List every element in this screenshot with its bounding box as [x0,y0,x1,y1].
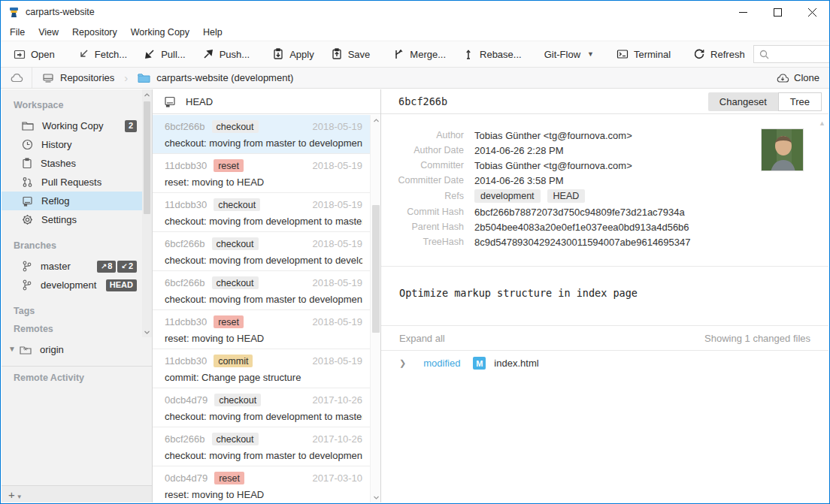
reflog-scroll-thumb[interactable] [372,205,380,333]
close-button[interactable] [795,1,829,23]
menu-view[interactable]: View [32,27,65,38]
sidebar-item-branch-development[interactable]: development HEAD [2,276,142,294]
scroll-down-icon[interactable] [371,492,381,502]
maximize-button[interactable] [760,1,795,23]
remote-folder-icon [20,345,32,355]
parent-hash-value: 2b504bee4083a20e0ef1e037eea0bd913a4d56b6 [474,222,689,233]
action-badge: reset [214,315,244,328]
reflog-icon [22,196,33,207]
gear-icon [22,214,33,225]
tab-changeset[interactable]: Changeset [708,92,778,111]
push-button[interactable]: Push... [194,44,258,64]
reflog-row[interactable]: 11dcbb30commit2018-05-19 commit: Change … [153,349,370,388]
expand-all-button[interactable]: Expand all [399,333,445,344]
reflog-row[interactable]: 11dcbb30checkout2018-05-19 checkout: mov… [153,193,370,232]
save-button[interactable]: Save [323,44,379,64]
reflog-row[interactable]: 0dcb4d79checkout2017-10-26 checkout: mov… [153,388,370,427]
workspace-section-header: Workspace [2,96,152,116]
pull-icon [144,48,156,60]
refresh-button[interactable]: Refresh [685,44,753,64]
search-icon [759,50,769,59]
sidebar-item-stashes[interactable]: Stashes [2,154,142,173]
menu-bar: File View Repository Working Copy Help [1,23,829,41]
reflog-row[interactable]: 6bcf266bcheckout2017-10-26 checkout: mov… [153,427,370,466]
reflog-list-header: HEAD [153,89,380,114]
sidebar-item-remote-origin[interactable]: ▼ origin [2,340,142,359]
add-repository-button[interactable]: +▼ [8,488,23,501]
committer-date-value: 2014-06-26 3:58 PM [474,175,564,186]
branch-icon [22,279,32,291]
apply-button[interactable]: Apply [264,44,323,64]
file-name: index.html [494,358,538,369]
reflog-row[interactable]: 11dcbb30reset2018-05-19 reset: moving to… [153,310,370,349]
expand-chevron-icon[interactable]: ❯ [399,358,406,368]
reflog-row[interactable]: 6bcf266bcheckout2018-05-19 checkout: mov… [153,115,370,154]
reflog-row[interactable]: 0dcb4d79reset2017-03-10 reset: moving to… [153,466,370,502]
sidebar-scrollbar[interactable] [142,89,152,337]
scroll-up-icon[interactable] [142,89,152,100]
merge-button[interactable]: Merge... [384,44,454,64]
git-flow-button[interactable]: Git-Flow ▼ [536,44,602,64]
menu-working-copy[interactable]: Working Copy [124,27,196,38]
reflog-scrollbar[interactable] [370,115,380,502]
scroll-up-icon[interactable] [371,115,381,125]
changed-files-toolbar: Expand all Showing 1 changed files [399,326,810,350]
author-date-value: 2014-06-26 2:28 PM [474,145,564,156]
sidebar-footer: +▼ [2,485,152,502]
sidebar-item-working-copy[interactable]: Working Copy 2 [2,116,142,135]
window-title: carparts-website [26,7,95,17]
branches-section-header: Branches [2,237,152,257]
changed-file-row[interactable]: ❯ modified M index.html [399,351,810,376]
arrow-up-right-icon: ↗ [101,262,107,270]
behind-badge: ↙2 [117,261,137,273]
fetch-button[interactable]: Fetch... [69,44,135,64]
push-icon [202,48,214,60]
reflog-row[interactable]: 11dcbb30reset2018-05-19 reset: moving to… [153,154,370,193]
pull-request-icon [22,177,33,188]
menu-help[interactable]: Help [196,27,229,38]
search-input[interactable] [774,49,830,60]
breadcrumb-repositories[interactable]: Repositories [32,68,124,88]
sidebar-item-branch-master[interactable]: master ↗8 ↙2 [2,257,142,276]
changeset-tree-switch: Changeset Tree [708,92,822,111]
file-status-label: modified [423,358,460,369]
reflog-row[interactable]: 6bcf266bcheckout2018-05-19 checkout: mov… [153,271,370,310]
action-badge: checkout [214,198,260,211]
open-icon [14,48,26,60]
modified-badge: M [473,357,486,370]
terminal-button[interactable]: Terminal [608,44,679,64]
avatar [761,128,804,171]
sidebar-item-settings[interactable]: Settings [2,210,142,229]
working-copy-folder-icon [22,121,34,131]
menu-repository[interactable]: Repository [65,27,124,38]
menu-file[interactable]: File [3,27,32,38]
chevron-down-icon[interactable]: ▼ [8,345,16,353]
breadcrumb: Repositories › carparts-website (develop… [1,68,829,89]
sidebar-item-pull-requests[interactable]: Pull Requests [2,173,142,192]
sidebar-scroll-thumb[interactable] [144,101,150,214]
tab-tree[interactable]: Tree [778,92,822,111]
commit-message: Optimize markup structure in index page [399,287,810,299]
search-box [753,45,830,63]
open-button[interactable]: Open [5,44,63,64]
clone-button[interactable]: Clone [766,68,829,88]
scroll-down-icon[interactable] [142,327,152,337]
reflog-row[interactable]: 6bcf266bcheckout2018-05-19 checkout: mov… [153,232,370,271]
remotes-section-header: Remotes [2,322,152,340]
minimize-button[interactable] [725,1,760,23]
pull-button[interactable]: Pull... [135,44,194,64]
commit-hash-value: 6bcf266b78872073d750c94809fe73d21ac7934a [474,207,685,218]
breadcrumb-current-repo[interactable]: carparts-website (development) [128,68,303,88]
fetch-icon [77,48,89,60]
scroll-up-icon[interactable]: ▲ [819,119,825,127]
sidebar-item-history[interactable]: History [2,135,142,154]
branch-icon [22,261,32,272]
sidebar-item-reflog[interactable]: Reflog [2,192,142,210]
terminal-icon [616,48,629,60]
rebase-button[interactable]: Rebase... [454,44,530,64]
ahead-badge: ↗8 [97,261,117,273]
rebase-icon [462,48,474,60]
cloud-services-button[interactable] [1,68,32,88]
action-badge: checkout [212,120,259,133]
chevron-down-icon: ▼ [587,50,594,58]
